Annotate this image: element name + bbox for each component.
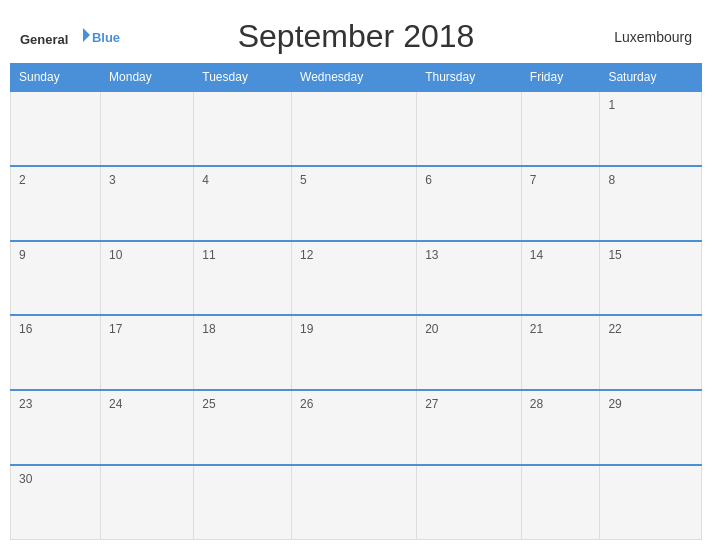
calendar-day bbox=[417, 465, 522, 540]
calendar-day bbox=[292, 465, 417, 540]
calendar-day: 28 bbox=[521, 390, 600, 465]
day-number: 16 bbox=[19, 322, 32, 336]
calendar-day bbox=[194, 91, 292, 166]
calendar-day: 29 bbox=[600, 390, 702, 465]
day-number: 18 bbox=[202, 322, 215, 336]
calendar-day: 15 bbox=[600, 241, 702, 316]
calendar-day: 17 bbox=[101, 315, 194, 390]
calendar-day: 1 bbox=[600, 91, 702, 166]
calendar-day bbox=[600, 465, 702, 540]
day-number: 19 bbox=[300, 322, 313, 336]
day-number: 12 bbox=[300, 248, 313, 262]
svg-marker-0 bbox=[83, 28, 90, 42]
day-number: 27 bbox=[425, 397, 438, 411]
calendar-week-row: 30 bbox=[11, 465, 702, 540]
day-number: 28 bbox=[530, 397, 543, 411]
day-number: 4 bbox=[202, 173, 209, 187]
calendar-day: 18 bbox=[194, 315, 292, 390]
calendar-day bbox=[292, 91, 417, 166]
day-number: 1 bbox=[608, 98, 615, 112]
calendar-week-row: 23242526272829 bbox=[11, 390, 702, 465]
calendar-day: 20 bbox=[417, 315, 522, 390]
calendar-day bbox=[521, 91, 600, 166]
day-number: 17 bbox=[109, 322, 122, 336]
day-number: 22 bbox=[608, 322, 621, 336]
calendar-day bbox=[417, 91, 522, 166]
calendar-header-row: Sunday Monday Tuesday Wednesday Thursday… bbox=[11, 64, 702, 92]
calendar-day: 16 bbox=[11, 315, 101, 390]
calendar-header: General Blue September 2018 Luxembourg bbox=[10, 10, 702, 63]
day-number: 6 bbox=[425, 173, 432, 187]
calendar-day: 14 bbox=[521, 241, 600, 316]
col-wednesday: Wednesday bbox=[292, 64, 417, 92]
day-number: 9 bbox=[19, 248, 26, 262]
logo-icon bbox=[74, 26, 92, 44]
calendar-week-row: 16171819202122 bbox=[11, 315, 702, 390]
calendar-day: 22 bbox=[600, 315, 702, 390]
day-number: 10 bbox=[109, 248, 122, 262]
calendar-week-row: 9101112131415 bbox=[11, 241, 702, 316]
calendar-day: 12 bbox=[292, 241, 417, 316]
day-number: 26 bbox=[300, 397, 313, 411]
calendar-day: 7 bbox=[521, 166, 600, 241]
calendar-day bbox=[194, 465, 292, 540]
day-number: 24 bbox=[109, 397, 122, 411]
logo-blue-text: Blue bbox=[92, 30, 120, 45]
calendar-week-row: 1 bbox=[11, 91, 702, 166]
calendar-day: 6 bbox=[417, 166, 522, 241]
calendar-day: 8 bbox=[600, 166, 702, 241]
col-saturday: Saturday bbox=[600, 64, 702, 92]
calendar-day bbox=[11, 91, 101, 166]
day-number: 21 bbox=[530, 322, 543, 336]
day-number: 30 bbox=[19, 472, 32, 486]
calendar-week-row: 2345678 bbox=[11, 166, 702, 241]
calendar-day: 5 bbox=[292, 166, 417, 241]
logo-general-text: General bbox=[20, 32, 68, 47]
calendar-day: 13 bbox=[417, 241, 522, 316]
calendar-day: 23 bbox=[11, 390, 101, 465]
calendar-day: 19 bbox=[292, 315, 417, 390]
country-label: Luxembourg bbox=[592, 29, 692, 45]
day-number: 5 bbox=[300, 173, 307, 187]
day-number: 2 bbox=[19, 173, 26, 187]
calendar-title: September 2018 bbox=[120, 18, 592, 55]
day-number: 25 bbox=[202, 397, 215, 411]
calendar-day: 24 bbox=[101, 390, 194, 465]
col-monday: Monday bbox=[101, 64, 194, 92]
day-number: 23 bbox=[19, 397, 32, 411]
calendar-day: 2 bbox=[11, 166, 101, 241]
calendar-day bbox=[521, 465, 600, 540]
day-number: 7 bbox=[530, 173, 537, 187]
day-number: 14 bbox=[530, 248, 543, 262]
calendar-day: 26 bbox=[292, 390, 417, 465]
calendar-day: 9 bbox=[11, 241, 101, 316]
logo: General Blue bbox=[20, 26, 120, 48]
col-tuesday: Tuesday bbox=[194, 64, 292, 92]
day-number: 15 bbox=[608, 248, 621, 262]
calendar-day: 4 bbox=[194, 166, 292, 241]
col-friday: Friday bbox=[521, 64, 600, 92]
day-number: 3 bbox=[109, 173, 116, 187]
day-number: 13 bbox=[425, 248, 438, 262]
calendar-day: 11 bbox=[194, 241, 292, 316]
day-number: 11 bbox=[202, 248, 215, 262]
day-number: 8 bbox=[608, 173, 615, 187]
day-number: 29 bbox=[608, 397, 621, 411]
calendar-table: Sunday Monday Tuesday Wednesday Thursday… bbox=[10, 63, 702, 540]
col-sunday: Sunday bbox=[11, 64, 101, 92]
calendar-day bbox=[101, 91, 194, 166]
day-number: 20 bbox=[425, 322, 438, 336]
calendar-day: 25 bbox=[194, 390, 292, 465]
calendar-day bbox=[101, 465, 194, 540]
calendar-day: 27 bbox=[417, 390, 522, 465]
calendar-day: 21 bbox=[521, 315, 600, 390]
calendar-day: 30 bbox=[11, 465, 101, 540]
calendar-day: 10 bbox=[101, 241, 194, 316]
calendar-day: 3 bbox=[101, 166, 194, 241]
col-thursday: Thursday bbox=[417, 64, 522, 92]
